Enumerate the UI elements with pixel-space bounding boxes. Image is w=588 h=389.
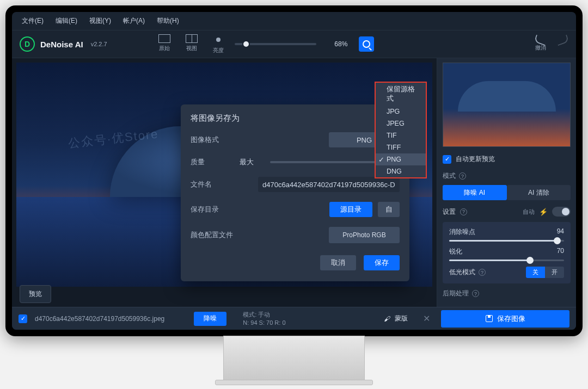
lowlight-on[interactable]: 开 bbox=[545, 267, 564, 278]
save-image-button[interactable]: 保存图像 bbox=[441, 310, 569, 328]
dialog-title: 将图像另存为 bbox=[191, 113, 400, 124]
format-option-保留源格式[interactable]: 保留源格式 bbox=[376, 83, 426, 106]
sharpen-knob[interactable] bbox=[526, 257, 534, 264]
queue-filename: d470c6a442e587402d74197d5059936c.jpeg bbox=[35, 315, 164, 323]
custom-dir-button[interactable]: 自 bbox=[378, 202, 400, 217]
help-icon[interactable]: ? bbox=[459, 172, 466, 180]
view-mode-group: 原始 视图 亮度 bbox=[158, 34, 224, 54]
bottom-bar: ✓ d470c6a442e587402d74197d5059936c.jpeg … bbox=[12, 307, 576, 330]
app-version: v2.2.7 bbox=[91, 41, 107, 47]
sharpen-label: 锐化 bbox=[449, 247, 462, 256]
settings-sidebar: ✓ 自动更新预览 模式? 降噪 AI AI 清除 设置 ? 自动 ⚡ bbox=[437, 58, 576, 308]
app-title: DeNoise AI bbox=[40, 40, 83, 49]
top-toolbar: D DeNoise AI v2.2.7 原始 视图 亮度 68% 撤消 bbox=[12, 30, 576, 58]
zoom-slider[interactable] bbox=[235, 43, 316, 45]
queue-meta: 模式: 手动 N: 94 S: 70 R: 0 bbox=[243, 311, 285, 326]
sharpen-slider[interactable] bbox=[449, 260, 564, 261]
tab-ai-clear[interactable]: AI 清除 bbox=[507, 185, 571, 200]
format-option-tiff[interactable]: TIFF bbox=[376, 141, 426, 153]
format-label: 图像格式 bbox=[191, 135, 240, 145]
zoom-fit-button[interactable] bbox=[359, 36, 374, 52]
mask-button[interactable]: 🖌 蒙版 bbox=[384, 314, 408, 323]
queue-item-checkbox[interactable]: ✓ bbox=[19, 314, 27, 323]
viewmode-original[interactable]: 原始 bbox=[158, 34, 170, 54]
magnifier-icon bbox=[363, 40, 370, 48]
close-queue-item-icon[interactable]: ✕ bbox=[423, 313, 430, 324]
remove-noise-knob[interactable] bbox=[554, 237, 561, 244]
menu-file[interactable]: 文件(E) bbox=[22, 16, 44, 26]
image-canvas[interactable]: 公众号·优Store 预览 将图像另存为 图像格式 PNG 质量 最大 bbox=[12, 58, 437, 308]
format-option-jpeg[interactable]: JPEG bbox=[376, 118, 426, 129]
menu-view[interactable]: 视图(Y) bbox=[89, 16, 111, 26]
brush-icon: 🖌 bbox=[384, 315, 390, 323]
settings-section-label: 设置 bbox=[443, 207, 456, 217]
menu-account[interactable]: 帐户(A) bbox=[123, 16, 145, 26]
format-option-jpg[interactable]: JPG bbox=[376, 106, 426, 118]
undo-button[interactable]: 撤消 bbox=[535, 36, 547, 52]
lowlight-segment[interactable]: 关 开 bbox=[526, 267, 564, 278]
redo-arrow-icon bbox=[555, 35, 569, 46]
remove-noise-value: 94 bbox=[557, 227, 564, 237]
color-profile-dropdown[interactable]: ProPhoto RGB bbox=[329, 227, 400, 243]
app-logo-icon: D bbox=[20, 36, 35, 52]
auto-update-checkbox[interactable]: ✓ bbox=[443, 155, 451, 164]
bolt-icon: ⚡ bbox=[539, 208, 548, 216]
filename-input[interactable]: d470c6a442e587402d74197d5059936c-D bbox=[258, 177, 400, 192]
zoom-slider-knob[interactable] bbox=[242, 40, 250, 48]
app-brand: D DeNoise AI v2.2.7 bbox=[20, 36, 107, 52]
viewmode-brightness[interactable]: 亮度 bbox=[213, 34, 224, 54]
save-button[interactable]: 保存 bbox=[364, 255, 400, 270]
auto-label: 自动 bbox=[523, 208, 535, 216]
lowlight-off[interactable]: 关 bbox=[526, 267, 545, 278]
format-option-png[interactable]: PNG bbox=[376, 153, 426, 165]
navigator-thumbnail[interactable] bbox=[443, 63, 571, 147]
remove-noise-label: 消除噪点 bbox=[449, 227, 475, 237]
menu-bar: 文件(E) 编辑(E) 视图(Y) 帐户(A) 帮助(H) bbox=[12, 12, 576, 30]
quality-value-label: 最大 bbox=[240, 157, 266, 167]
remove-noise-slider[interactable] bbox=[449, 240, 564, 242]
format-dropdown-list[interactable]: 保留源格式JPGJPEGTIFTIFFPNGDNG bbox=[375, 82, 427, 178]
auto-update-label: 自动更新预览 bbox=[456, 155, 495, 164]
tab-denoise-ai[interactable]: 降噪 AI bbox=[443, 185, 507, 200]
sliders-panel: 消除噪点94 锐化70 低光模式 ? 关 开 bbox=[443, 222, 571, 283]
format-option-tif[interactable]: TIF bbox=[376, 129, 426, 141]
help-icon[interactable]: ? bbox=[479, 269, 486, 276]
sun-icon bbox=[213, 34, 224, 45]
help-icon[interactable]: ? bbox=[472, 290, 479, 297]
menu-edit[interactable]: 编辑(E) bbox=[56, 16, 77, 26]
filename-label: 文件名 bbox=[191, 180, 240, 189]
save-icon bbox=[486, 315, 493, 322]
split-icon bbox=[186, 34, 198, 43]
quality-label: 质量 bbox=[191, 157, 240, 167]
postprocess-section-label: 后期处理 bbox=[443, 289, 469, 298]
sharpen-value: 70 bbox=[557, 247, 564, 256]
zoom-percent: 68% bbox=[326, 40, 356, 48]
menu-help[interactable]: 帮助(H) bbox=[157, 16, 179, 26]
cancel-button[interactable]: 取消 bbox=[320, 255, 356, 270]
savedir-label: 保存目录 bbox=[191, 205, 240, 214]
viewmode-split[interactable]: 视图 bbox=[186, 34, 198, 54]
format-option-dng[interactable]: DNG bbox=[376, 165, 426, 177]
redo-button[interactable] bbox=[556, 36, 568, 52]
lowlight-label: 低光模式 bbox=[449, 268, 475, 277]
preview-button[interactable]: 预览 bbox=[20, 285, 51, 303]
source-dir-button[interactable]: 源目录 bbox=[329, 202, 372, 217]
help-icon[interactable]: ? bbox=[460, 208, 467, 215]
square-icon bbox=[158, 34, 170, 43]
mode-section-label: 模式 bbox=[443, 171, 456, 181]
process-button[interactable]: 降噪 bbox=[194, 312, 226, 326]
color-profile-label: 颜色配置文件 bbox=[191, 230, 240, 240]
auto-toggle[interactable] bbox=[552, 207, 571, 217]
